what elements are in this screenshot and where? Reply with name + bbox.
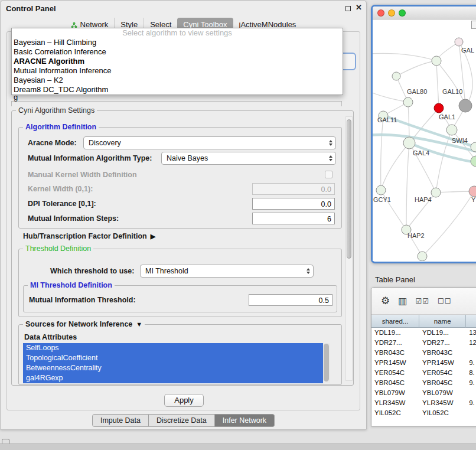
node-gal10-selected[interactable] xyxy=(434,103,444,113)
threshold-definition-title: Threshold Definition xyxy=(23,244,93,253)
node-label-layer: GAL GAL80 GAL10 GAL11 GAL1 SWI4 GAL4 GCY… xyxy=(373,47,476,239)
mi-steps-field[interactable]: 6 xyxy=(252,213,335,224)
network-window-titlebar xyxy=(373,6,476,19)
which-threshold-select[interactable]: MI Threshold xyxy=(140,265,314,278)
attribute-item-selected[interactable]: TopologicalCoefficient xyxy=(23,353,323,363)
node[interactable] xyxy=(418,252,427,261)
attribute-list-scrollbar-thumb[interactable] xyxy=(324,344,329,381)
aracne-mode-value: Discovery xyxy=(89,139,121,147)
mi-threshold-label: Mutual Information Threshold: xyxy=(29,296,136,304)
table-row[interactable]: YIL052C YIL052C xyxy=(371,408,476,418)
network-view-window: GAL GAL80 GAL10 GAL11 GAL1 SWI4 GAL4 GCY… xyxy=(371,5,476,263)
table-row[interactable]: YDL19... YDL19... 13 xyxy=(371,328,476,338)
node[interactable] xyxy=(455,38,463,46)
columns-icon[interactable]: ▥ xyxy=(398,295,407,306)
apply-button[interactable]: Apply xyxy=(164,394,204,407)
tab-infer-network[interactable]: Infer Network xyxy=(215,414,275,427)
node[interactable] xyxy=(432,56,441,66)
node-green[interactable] xyxy=(471,156,476,167)
view-corner-button[interactable] xyxy=(471,21,476,29)
mac-zoom-button[interactable] xyxy=(399,9,406,17)
mi-steps-label: Mutual Information Steps: xyxy=(28,214,119,223)
mi-threshold-field[interactable]: 0.5 xyxy=(249,294,332,306)
cell xyxy=(466,388,476,398)
dpi-tolerance-field[interactable]: 0.0 xyxy=(252,198,335,210)
node-hap4[interactable] xyxy=(431,188,441,197)
table-panel-window: ⚙ ▥ ☑☑ ☐☐ shared... name YDL19... YDL19.… xyxy=(371,287,476,426)
kernel-width-label: Kernel Width (0,1): xyxy=(28,185,93,193)
bottom-strip xyxy=(0,444,476,450)
cell: YDR27... xyxy=(371,338,419,348)
column-header-name[interactable]: name xyxy=(419,315,466,328)
window-title: Control Panel xyxy=(6,4,56,13)
table-row[interactable]: YLR345W YLR345W 9. xyxy=(371,398,476,408)
table-row[interactable]: YBR043C YBR043C xyxy=(371,348,476,358)
cell: 12 xyxy=(466,338,476,348)
mi-type-select[interactable]: Naive Bayes xyxy=(161,152,336,165)
network-tab-icon xyxy=(71,22,77,28)
popup-option-selected[interactable]: ARACNE Algorithm xyxy=(12,57,343,66)
attribute-item-selected[interactable]: BetweennessCentrality xyxy=(23,363,323,373)
close-icon[interactable]: ✕ xyxy=(356,3,362,12)
attribute-list: SelfLoops TopologicalCoefficient Between… xyxy=(23,343,330,383)
tab-discretize-data[interactable]: Discretize Data xyxy=(149,414,215,427)
mac-minimize-button[interactable] xyxy=(388,9,395,17)
cell: YBR045C xyxy=(371,378,419,388)
attribute-item-selected[interactable]: gal4RGexp xyxy=(23,373,323,383)
table-header: shared... name xyxy=(371,315,476,328)
hub-definition-toggle[interactable]: Hub/Transcription Factor Definition ▶ xyxy=(23,232,155,240)
node-label: HAP4 xyxy=(415,196,432,203)
stepper-arrows-icon xyxy=(329,140,332,146)
attribute-list-scrollbar[interactable] xyxy=(323,343,330,383)
table-row[interactable]: YDR27... YDR27... 12 xyxy=(371,338,476,348)
cell: YBR043C xyxy=(419,348,466,358)
gear-icon[interactable]: ⚙ xyxy=(381,295,390,307)
table-row[interactable]: YBL079W YBL079W xyxy=(371,388,476,398)
popup-option[interactable]: Mutual Information Inference xyxy=(12,66,343,76)
network-canvas[interactable]: GAL GAL80 GAL10 GAL11 GAL1 SWI4 GAL4 GCY… xyxy=(373,19,476,261)
table-row[interactable]: YPR145W YPR145W 9. xyxy=(371,358,476,368)
settings-scrollbar[interactable] xyxy=(345,116,353,381)
node-gal4[interactable] xyxy=(403,137,415,149)
node-gal1[interactable] xyxy=(446,125,457,135)
node-large-gray[interactable] xyxy=(459,99,472,112)
column-header-clipped[interactable] xyxy=(466,315,476,328)
cell: 13 xyxy=(466,328,476,338)
popup-option[interactable]: Bayesian – K2 xyxy=(12,76,343,85)
table-row[interactable]: YER054C YER054C 8. xyxy=(371,368,476,378)
mac-close-button[interactable] xyxy=(377,9,384,17)
cell: YDR27... xyxy=(419,338,466,348)
node-label: GCY1 xyxy=(373,196,391,203)
aracne-mode-select[interactable]: Discovery xyxy=(83,136,336,149)
node-gal80[interactable] xyxy=(403,97,413,107)
cell: 9. xyxy=(466,398,476,408)
node[interactable] xyxy=(392,72,400,80)
hub-definition-label: Hub/Transcription Factor Definition xyxy=(23,232,147,240)
stepper-arrows-icon xyxy=(329,155,332,161)
attribute-item-selected[interactable]: SelfLoops xyxy=(23,343,323,353)
algorithm-definition-title: Algorithm Definition xyxy=(23,123,99,131)
select-all-icon[interactable]: ☑☑ xyxy=(415,297,429,305)
data-attributes-label: Data Attributes xyxy=(24,333,77,341)
sources-toggle[interactable]: Sources for Network Inference ▼ xyxy=(23,320,145,328)
popup-option[interactable]: Dream8 DC_TDC Algorithm xyxy=(12,85,343,94)
tab-impute-data[interactable]: Impute Data xyxy=(92,414,149,427)
network-canvas-container: GAL GAL80 GAL10 GAL11 GAL1 SWI4 GAL4 GCY… xyxy=(373,19,476,261)
deselect-all-icon[interactable]: ☐☐ xyxy=(438,297,452,305)
settings-scrollbar-thumb[interactable] xyxy=(347,119,351,259)
float-window-icon[interactable] xyxy=(345,6,351,11)
popup-option[interactable]: Bayesian – Hill Climbing xyxy=(12,38,343,47)
node-gcy1[interactable] xyxy=(376,185,386,195)
collapse-right-icon: ▶ xyxy=(151,233,155,240)
mi-type-value: Naive Bayes xyxy=(167,154,208,162)
column-header-shared-name[interactable]: shared... xyxy=(371,315,419,328)
node-pink[interactable] xyxy=(469,186,476,197)
node-label: GAL10 xyxy=(442,88,462,95)
control-panel-window: Control Panel ✕ Network Style Select Cyn… xyxy=(0,0,367,430)
which-threshold-value: MI Threshold xyxy=(145,267,188,275)
table-body: YDL19... YDL19... 13 YDR27... YDR27... 1… xyxy=(371,328,476,418)
cell: YIL052C xyxy=(371,408,419,418)
node-label: Y xyxy=(471,196,476,203)
table-row[interactable]: YBR045C YBR045C 9. xyxy=(371,378,476,388)
popup-option[interactable]: Basic Correlation Inference xyxy=(12,47,343,57)
